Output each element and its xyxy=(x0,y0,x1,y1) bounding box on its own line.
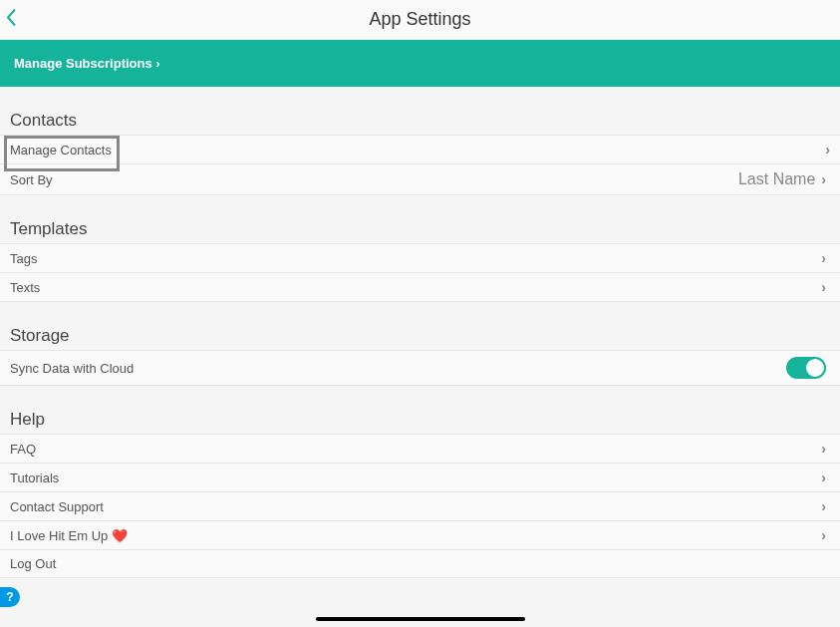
manage-subscriptions-banner[interactable]: Manage Subscriptions › xyxy=(0,40,840,87)
chevron-right-icon: › xyxy=(821,250,826,266)
chevron-left-icon xyxy=(6,7,18,27)
chevron-right-icon: › xyxy=(821,470,826,485)
contacts-header: Contacts xyxy=(0,105,840,135)
love-label: I Love Hit Em Up ❤️ xyxy=(10,528,128,543)
templates-section: Templates Tags › Texts › xyxy=(0,213,840,302)
settings-content: Contacts Manage Contacts › Sort By Last … xyxy=(0,105,840,578)
contact-support-label: Contact Support xyxy=(10,499,104,514)
sync-cloud-toggle[interactable] xyxy=(786,357,826,379)
logout-label: Log Out xyxy=(10,556,56,571)
tags-label: Tags xyxy=(10,251,37,266)
faq-row[interactable]: FAQ › xyxy=(0,434,840,463)
sort-by-label: Sort By xyxy=(10,172,53,187)
back-button[interactable] xyxy=(6,7,18,32)
texts-row[interactable]: Texts › xyxy=(0,272,840,302)
header: App Settings xyxy=(0,0,840,40)
manage-contacts-label: Manage Contacts xyxy=(10,143,112,157)
chevron-right-icon: › xyxy=(821,527,826,543)
home-indicator[interactable] xyxy=(316,617,525,621)
logout-row[interactable]: Log Out xyxy=(0,549,840,578)
faq-label: FAQ xyxy=(10,442,36,457)
manage-contacts-row[interactable]: Manage Contacts › xyxy=(0,135,840,163)
help-bubble-button[interactable]: ? xyxy=(0,587,20,607)
help-bubble-icon: ? xyxy=(6,590,13,604)
chevron-right-icon: › xyxy=(821,498,826,514)
chevron-right-icon: › xyxy=(821,171,826,187)
tutorials-row[interactable]: Tutorials › xyxy=(0,463,840,491)
contact-support-row[interactable]: Contact Support › xyxy=(0,491,840,520)
storage-header: Storage xyxy=(0,320,840,350)
texts-label: Texts xyxy=(10,280,40,295)
contacts-section: Contacts Manage Contacts › Sort By Last … xyxy=(0,105,840,195)
sync-cloud-row[interactable]: Sync Data with Cloud xyxy=(0,350,840,386)
help-section: Help FAQ › Tutorials › Contact Support ›… xyxy=(0,404,840,578)
tutorials-label: Tutorials xyxy=(10,470,59,485)
help-header: Help xyxy=(0,404,840,434)
tags-row[interactable]: Tags › xyxy=(0,243,840,272)
love-row[interactable]: I Love Hit Em Up ❤️ › xyxy=(0,520,840,549)
chevron-right-icon: › xyxy=(825,142,830,157)
chevron-right-icon: › xyxy=(821,441,826,457)
sort-by-row[interactable]: Sort By Last Name › xyxy=(0,163,840,195)
chevron-right-icon: › xyxy=(821,279,826,295)
sync-cloud-label: Sync Data with Cloud xyxy=(10,361,134,376)
sort-by-value: Last Name xyxy=(738,170,815,188)
storage-section: Storage Sync Data with Cloud xyxy=(0,320,840,386)
templates-header: Templates xyxy=(0,213,840,243)
sort-by-right: Last Name › xyxy=(738,170,826,188)
banner-label: Manage Subscriptions › xyxy=(14,56,160,71)
page-title: App Settings xyxy=(369,9,470,30)
